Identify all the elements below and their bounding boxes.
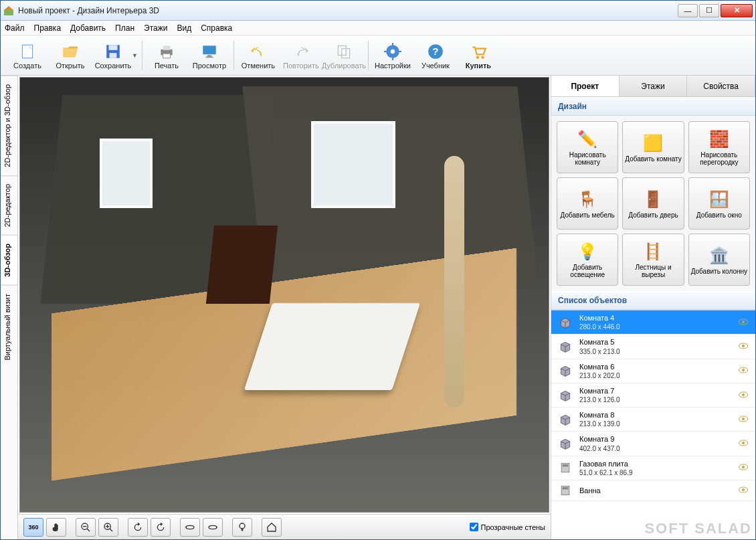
content-area: 2D-редактор и 3D-обзор 2D-редактор 3D-об…: [1, 76, 755, 539]
svg-point-45: [742, 345, 745, 347]
minimize-button[interactable]: —: [678, 4, 698, 17]
window-icon: 🪟: [708, 189, 730, 210]
printer-icon: [157, 41, 177, 62]
pan-button[interactable]: [46, 518, 66, 537]
add-furniture-button[interactable]: 🪑Добавить мебель: [557, 177, 618, 230]
draw-wall-button[interactable]: 🧱Нарисовать перегородку: [688, 121, 750, 173]
object-label: Комната 6213.0 x 202.0: [579, 362, 733, 380]
svg-marker-1: [4, 6, 13, 10]
visibility-eye-icon[interactable]: [738, 319, 750, 327]
left-tab-strip: 2D-редактор и 3D-обзор 2D-редактор 3D-об…: [1, 76, 18, 539]
object-list-item[interactable]: Комната 6213.0 x 202.0: [551, 359, 755, 383]
menu-floors[interactable]: Этажи: [144, 23, 167, 33]
orbit-left-button[interactable]: [180, 518, 200, 537]
svg-line-26: [87, 529, 90, 531]
design-section-header: Дизайн: [551, 97, 755, 116]
svg-point-32: [186, 525, 194, 529]
object-list-item[interactable]: Комната 8213.0 x 139.0: [551, 408, 755, 432]
visibility-eye-icon[interactable]: [738, 486, 750, 494]
transparent-walls-checkbox[interactable]: Прозрачные стены: [470, 523, 545, 531]
duplicate-button[interactable]: Дублировать: [322, 37, 365, 74]
lighting-button[interactable]: [232, 518, 252, 537]
add-light-button[interactable]: 💡Добавить освещение: [557, 234, 618, 286]
dropdown-arrow-icon[interactable]: ▼: [132, 52, 138, 59]
rotate-right-button[interactable]: [151, 518, 171, 537]
menu-file[interactable]: Файл: [5, 23, 25, 33]
svg-point-61: [742, 442, 745, 444]
add-door-button[interactable]: 🚪Добавить дверь: [622, 177, 684, 230]
tutorial-button[interactable]: ?Учебник: [414, 37, 457, 74]
object-list-item[interactable]: Газовая плита51.0 x 62.1 x 86.9: [551, 456, 755, 480]
view-360-button[interactable]: 360: [23, 518, 43, 537]
wall-icon: 🧱: [708, 128, 730, 150]
open-button[interactable]: Открыть: [49, 37, 92, 74]
object-list-item[interactable]: Комната 4280.0 x 446.0: [551, 310, 755, 335]
add-column-button[interactable]: 🏛️Добавить колонну: [688, 234, 750, 286]
door-icon: 🚪: [642, 189, 664, 210]
close-button[interactable]: ✕: [721, 4, 753, 17]
svg-rect-12: [206, 56, 213, 58]
tab-virtual-visit[interactable]: Виртуальный визит: [1, 285, 17, 369]
svg-point-49: [742, 369, 745, 371]
svg-rect-13: [338, 46, 346, 55]
home-icon: [266, 522, 277, 533]
tab-2d-editor[interactable]: 2D-редактор: [1, 175, 17, 235]
menu-edit[interactable]: Правка: [34, 23, 62, 33]
svg-rect-18: [392, 57, 393, 60]
monitor-icon: [199, 41, 219, 62]
zoom-out-button[interactable]: [76, 518, 96, 537]
preview-button[interactable]: Просмотр: [188, 37, 231, 74]
visibility-eye-icon[interactable]: [738, 391, 750, 399]
visibility-eye-icon[interactable]: [738, 440, 750, 448]
visibility-eye-icon[interactable]: [738, 416, 750, 424]
menu-plan[interactable]: План: [115, 23, 134, 33]
orbit-right-button[interactable]: [203, 518, 223, 537]
svg-rect-2: [22, 45, 32, 58]
maximize-button[interactable]: ☐: [699, 4, 719, 17]
visibility-eye-icon[interactable]: [738, 343, 750, 351]
menu-bar: Файл Правка Добавить План Этажи Вид Спра…: [1, 21, 755, 35]
menu-view[interactable]: Вид: [177, 23, 191, 33]
tab-floors[interactable]: Этажи: [620, 76, 688, 96]
pencil-icon: ✏️: [577, 128, 598, 150]
add-room-button[interactable]: 🟨Добавить комнату: [622, 121, 684, 173]
add-window-button[interactable]: 🪟Добавить окно: [688, 177, 750, 230]
visibility-eye-icon[interactable]: [738, 367, 750, 375]
svg-point-34: [209, 525, 217, 529]
rotate-left-button[interactable]: [128, 518, 148, 537]
home-view-button[interactable]: [262, 518, 282, 537]
tab-3d-view[interactable]: 3D-обзор: [1, 235, 17, 285]
rotate-left-icon: [132, 522, 143, 533]
3d-viewport[interactable]: [19, 77, 549, 513]
svg-rect-20: [399, 50, 401, 52]
orbit-left-icon: [185, 522, 195, 533]
undo-button[interactable]: Отменить: [237, 37, 280, 74]
svg-rect-63: [563, 464, 568, 466]
save-button[interactable]: Сохранить: [92, 37, 134, 74]
object-list-item[interactable]: Комната 7213.0 x 126.0: [551, 383, 755, 408]
object-list-item[interactable]: Комната 5335.0 x 213.0: [551, 335, 755, 359]
settings-button[interactable]: Настройки: [371, 37, 414, 74]
object-list-item[interactable]: Комната 9402.0 x 437.0: [551, 432, 755, 456]
tab-properties[interactable]: Свойства: [687, 76, 755, 96]
menu-help[interactable]: Справка: [201, 23, 232, 33]
objects-section-header: Список объектов: [551, 291, 755, 310]
draw-room-button[interactable]: ✏️Нарисовать комнату: [557, 121, 618, 173]
svg-point-24: [481, 56, 484, 58]
svg-point-57: [742, 418, 745, 420]
menu-add[interactable]: Добавить: [70, 23, 106, 33]
right-panel: Проект Этажи Свойства Дизайн ✏️Нарисоват…: [551, 76, 755, 539]
print-button[interactable]: Печать: [145, 37, 188, 74]
buy-button[interactable]: Купить: [457, 37, 500, 74]
redo-button[interactable]: Повторить: [280, 37, 322, 74]
tab-project[interactable]: Проект: [551, 76, 620, 96]
redo-icon: [291, 41, 311, 62]
svg-point-69: [742, 488, 745, 491]
zoom-in-button[interactable]: [98, 518, 118, 537]
object-list[interactable]: Комната 4280.0 x 446.0Комната 5335.0 x 2…: [551, 310, 755, 539]
visibility-eye-icon[interactable]: [738, 464, 750, 472]
tab-2d-3d-combo[interactable]: 2D-редактор и 3D-обзор: [1, 76, 17, 175]
create-button[interactable]: Создать: [6, 37, 49, 74]
stairs-button[interactable]: 🪜Лестницы и вырезы: [622, 234, 684, 286]
object-list-item[interactable]: Ванна: [551, 480, 755, 501]
